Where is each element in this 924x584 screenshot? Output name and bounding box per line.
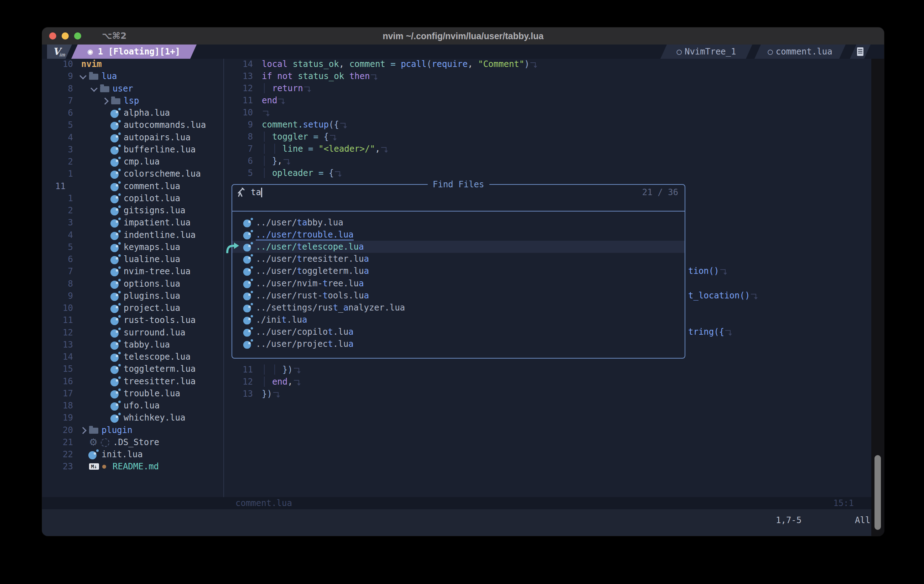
tree-row-lua[interactable]: 9lua — [48, 70, 223, 82]
editor-line[interactable]: 6│ }, — [224, 155, 871, 167]
lua-file-icon — [111, 389, 121, 399]
scrollbar-thumb[interactable] — [874, 455, 881, 530]
tree-row-README.md[interactable]: 23M↓README.md — [48, 460, 223, 473]
eol-icon — [304, 85, 310, 91]
tree-row-nvim[interactable]: 10nvim — [48, 58, 223, 70]
tab-active-floating[interactable]: ◉ 1 [Floating][1+] — [71, 45, 196, 59]
statusline-filename: comment.lua — [236, 497, 292, 509]
prompt-separator — [232, 211, 685, 211]
nvimtree-panel[interactable]: 10nvim9lua8user7lsp6alpha.lua5autocomman… — [48, 59, 223, 497]
find-files-result[interactable]: ../user/project.lua — [232, 338, 685, 350]
tree-row-surround.lua[interactable]: 12surround.lua — [48, 327, 223, 339]
tree-row-treesitter.lua[interactable]: 16treesitter.lua — [48, 375, 223, 388]
tree-row-user[interactable]: 8user — [48, 82, 223, 95]
find-files-result[interactable]: ../user/treesitter.lua — [232, 253, 685, 265]
editor-line[interactable]: 9comment.setup({ — [224, 119, 871, 131]
tree-row-rust-tools.lua[interactable]: 11rust-tools.lua — [48, 314, 223, 326]
line-number: 5 — [48, 241, 73, 253]
line-number: 2 — [48, 205, 73, 216]
eol-icon — [278, 97, 285, 103]
result-path: ../user/rust-tools.lua — [256, 290, 369, 302]
find-files-prompt[interactable]: ta 21 / 36 — [232, 186, 685, 198]
result-counter: 21 / 36 — [642, 186, 678, 198]
editor-line[interactable]: 5│ opleader = { — [224, 167, 871, 179]
find-files-result[interactable]: ../user/toggleterm.lua — [232, 265, 685, 277]
document-icon — [857, 47, 863, 56]
tree-row-tabby.lua[interactable]: 13tabby.lua — [48, 339, 223, 351]
line-number: 5 — [48, 119, 73, 131]
chevron-right-icon — [102, 97, 109, 105]
find-files-result[interactable]: ../user/copilot.lua — [232, 326, 685, 338]
editor-line[interactable]: 12│ end, — [224, 376, 871, 388]
tree-row-whichkey.lua[interactable]: 19whichkey.lua — [48, 412, 223, 424]
line-number: 10 — [48, 58, 73, 70]
line-number: 15 — [48, 363, 73, 375]
editor-line[interactable]: 11│ │ }) — [224, 364, 871, 376]
code-text: │ return — [262, 82, 310, 94]
tree-row-plugin[interactable]: 20plugin — [48, 424, 223, 436]
tree-row-bufferline.lua[interactable]: 3bufferline.lua — [48, 144, 223, 156]
find-files-popup: Find Files ta 21 / 36 ../u — [231, 184, 685, 359]
editor-line[interactable]: 8│ toggler = { — [224, 131, 871, 143]
lua-file-icon — [243, 315, 254, 325]
editor-line[interactable]: 7│ │ line = "<leader>/", — [224, 143, 871, 155]
tree-row-cmp.lua[interactable]: 2cmp.lua — [48, 156, 223, 168]
tree-row-impatient.lua[interactable]: 3impatient.lua — [48, 216, 223, 229]
line-number: 12 — [224, 376, 253, 388]
tree-row-autopairs.lua[interactable]: 4autopairs.lua — [48, 131, 223, 144]
tab-buffer-list[interactable] — [850, 45, 871, 59]
find-files-result[interactable]: ../settings/rust_analyzer.lua — [232, 302, 685, 314]
tree-row-lsp[interactable]: 7lsp — [48, 95, 223, 107]
find-files-result[interactable]: ../user/trouble.lua — [232, 229, 685, 241]
eol-icon — [263, 109, 269, 115]
find-files-result[interactable]: ../user/telescope.lua — [232, 241, 685, 253]
tree-row-toggleterm.lua[interactable]: 15toggleterm.lua — [48, 363, 223, 375]
code-text: }) — [262, 388, 280, 400]
tree-row-trouble.lua[interactable]: 17trouble.lua — [48, 388, 223, 399]
tree-row-project.lua[interactable]: 10project.lua — [48, 302, 223, 314]
tree-row-init.lua[interactable]: 22init.lua — [48, 448, 223, 460]
tree-row-lualine.lua[interactable]: 6lualine.lua — [48, 253, 223, 265]
lua-file-icon — [111, 108, 121, 119]
editor-line[interactable]: 11end — [224, 94, 871, 106]
tab-comment.lua[interactable]: ○comment.lua — [754, 45, 846, 59]
editor-line[interactable]: 10 — [224, 106, 871, 119]
tree-row-gitsigns.lua[interactable]: 2gitsigns.lua — [48, 205, 223, 216]
tree-row-ufo.lua[interactable]: 18ufo.lua — [48, 399, 223, 412]
tree-row-nvim-tree.lua[interactable]: 7nvim-tree.lua — [48, 265, 223, 277]
editor-line[interactable]: 13}) — [224, 388, 871, 400]
lua-file-icon — [111, 230, 121, 241]
editor-line[interactable]: 13if not status_ok then — [224, 70, 871, 82]
find-files-result[interactable]: ../user/nvim-tree.lua — [232, 277, 685, 290]
eol-icon — [751, 292, 757, 299]
editor-fragment: tion() — [688, 265, 727, 277]
folder-icon — [89, 428, 98, 434]
editor-line[interactable]: 14local status_ok, comment = pcall(requi… — [224, 58, 871, 70]
nvim-content: 10nvim9lua8user7lsp6alpha.lua5autocomman… — [42, 59, 884, 536]
result-path: ../user/trouble.lua — [256, 229, 354, 241]
line-number: 1 — [48, 192, 73, 205]
tree-row-copilot.lua[interactable]: 1copilot.lua — [48, 192, 223, 205]
lua-file-icon — [111, 328, 121, 338]
tree-row-options.lua[interactable]: 8options.lua — [48, 278, 223, 290]
search-input[interactable]: ta — [251, 186, 261, 198]
line-number: 13 — [224, 388, 253, 400]
find-files-result[interactable]: ../user/rust-tools.lua — [232, 290, 685, 302]
find-files-result[interactable]: ./init.lua — [232, 314, 685, 326]
lua-file-icon — [111, 218, 121, 228]
tree-row-comment.lua[interactable]: 11comment.lua — [48, 180, 223, 192]
tree-row-indentline.lua[interactable]: 4indentline.lua — [48, 229, 223, 241]
line-number: 10 — [48, 302, 73, 314]
tree-row-keymaps.lua[interactable]: 5keymaps.lua — [48, 241, 223, 253]
tree-row-.DS_Store[interactable]: 21⚙.DS_Store — [48, 436, 223, 448]
tab-nvimtree_1[interactable]: ○NvimTree_1 — [660, 45, 752, 59]
tree-row-alpha.lua[interactable]: 6alpha.lua — [48, 107, 223, 119]
eol-icon — [340, 121, 346, 127]
lua-file-icon — [111, 279, 121, 290]
editor-line[interactable]: 12│ return — [224, 82, 871, 94]
tree-row-colorscheme.lua[interactable]: 1colorscheme.lua — [48, 168, 223, 180]
tree-row-plugins.lua[interactable]: 9plugins.lua — [48, 290, 223, 302]
tree-row-telescope.lua[interactable]: 14telescope.lua — [48, 351, 223, 363]
tree-row-autocommands.lua[interactable]: 5autocommands.lua — [48, 119, 223, 131]
find-files-result[interactable]: ../user/tabby.lua — [232, 216, 685, 229]
